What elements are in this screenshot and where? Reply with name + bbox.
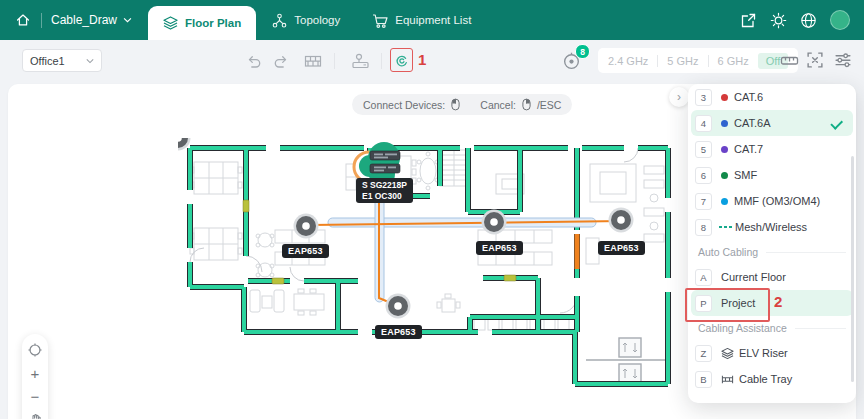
home-icon[interactable]: [14, 11, 32, 29]
redo-icon[interactable]: [271, 51, 291, 71]
cable-type-label: MMF (OM3/OM4): [734, 195, 820, 207]
project-name: Cable_Draw: [51, 13, 117, 27]
draw-cable-icon[interactable]: [391, 51, 411, 71]
hint-connect-label: Connect Devices:: [363, 99, 445, 111]
mouse-right-icon: [522, 98, 531, 111]
tab-floor-plan-label: Floor Plan: [185, 17, 241, 29]
layers-icon: [163, 16, 178, 30]
header-divider: [41, 13, 42, 28]
cable-type-label: Mesh/Wireless: [735, 221, 807, 233]
hint-esc-label: /ESC: [537, 99, 562, 111]
shortcut-badge: 7: [695, 193, 712, 210]
tab-topology[interactable]: Topology: [256, 0, 356, 40]
wifi-band-switcher: 2.4 GHz 5 GHz 6 GHz Off: [598, 48, 798, 73]
cable-type-label: CAT.6: [734, 91, 763, 103]
pan-hand-icon[interactable]: [26, 410, 44, 419]
auto-cabling-current-floor[interactable]: A Current Floor: [688, 264, 856, 290]
cable-type-label: SMF: [734, 169, 757, 181]
switch-label-line1: S SG2218P: [362, 180, 407, 191]
toolbar-separator: [334, 53, 335, 69]
theme-icon[interactable]: [770, 12, 787, 29]
draw-wall-icon[interactable]: [303, 51, 323, 71]
cable-type-smf[interactable]: 6 SMF: [688, 162, 856, 188]
zoom-out-button[interactable]: −: [26, 387, 44, 405]
annotation-step-2: 2: [774, 293, 782, 310]
toolbar-separator: [381, 53, 382, 69]
menu-item-label: ELV Riser: [739, 347, 788, 359]
exit-fullscreen-icon[interactable]: [806, 51, 824, 69]
device-count-badge: 8: [575, 44, 590, 59]
floor-selector-value: Office1: [30, 55, 65, 67]
furniture-layer: [190, 150, 664, 330]
ap-label-3: EAP653: [598, 241, 645, 255]
tab-equipment-list-label: Equipment List: [395, 14, 471, 26]
cable-type-cat7[interactable]: 5 CAT.7: [688, 136, 856, 162]
chevron-down-icon: [86, 58, 94, 64]
floor-plan-drawing[interactable]: S SG2218P E1 OC300 EAP653 EAP653 EAP653 …: [178, 138, 678, 405]
menu-item-label: Cable Tray: [739, 373, 792, 385]
band-6ghz[interactable]: 6 GHz: [718, 55, 749, 67]
annotation-step-1: 1: [418, 51, 426, 68]
shortcut-badge: 6: [695, 167, 712, 184]
cable-color-dot: [721, 94, 728, 101]
assistance-cable-tray[interactable]: B Cable Tray: [688, 366, 856, 392]
user-avatar[interactable]: [830, 10, 850, 30]
project-name-dropdown[interactable]: Cable_Draw: [51, 13, 132, 27]
locate-icon[interactable]: [26, 341, 44, 359]
annotation-box-2: [685, 288, 770, 322]
door-arcs: [190, 148, 638, 313]
selected-check-icon: [830, 117, 842, 129]
undo-icon[interactable]: [243, 51, 263, 71]
ap-label-2: EAP653: [476, 241, 523, 255]
shortcut-badge: 8: [695, 219, 712, 236]
ap-label-1: EAP653: [282, 244, 329, 258]
menu-item-label: Current Floor: [721, 271, 786, 283]
band-2-4ghz[interactable]: 2.4 GHz: [608, 55, 648, 67]
shortcut-badge: Z: [695, 345, 712, 362]
cabling-hint-tooltip: Connect Devices: Cancel: /ESC: [352, 94, 572, 115]
zoom-in-button[interactable]: +: [26, 364, 44, 382]
top-header: Cable_Draw Floor Plan Topology: [0, 0, 864, 40]
export-icon[interactable]: [740, 12, 757, 29]
cable-color-dot: [721, 198, 728, 205]
cable-type-mmf[interactable]: 7 MMF (OM3/OM4): [688, 188, 856, 214]
cart-icon: [372, 13, 388, 28]
shortcut-badge: 5: [695, 141, 712, 158]
cable-color-dot: [721, 172, 728, 179]
cable-dashed-line-icon: [719, 226, 732, 229]
elv-riser-icon: [721, 347, 734, 360]
cable-type-cat6a-selected[interactable]: 4 CAT.6A: [691, 110, 853, 136]
panel-scrollbar[interactable]: [851, 156, 854, 382]
app-window: Cable_Draw Floor Plan Topology: [0, 0, 864, 419]
panel-collapse-chip[interactable]: ›: [669, 87, 689, 107]
cable-type-mesh-wireless[interactable]: 8 Mesh/Wireless: [688, 214, 856, 240]
ap-label-4: EAP653: [375, 325, 422, 339]
place-device-icon[interactable]: [350, 51, 370, 71]
assistance-elv-riser[interactable]: Z ELV Riser: [688, 340, 856, 366]
tab-topology-label: Topology: [294, 14, 340, 26]
scale-ruler-icon[interactable]: [780, 51, 799, 70]
tab-floor-plan[interactable]: Floor Plan: [148, 6, 256, 40]
switch-label-line2: E1 OC300: [362, 191, 407, 202]
band-5ghz[interactable]: 5 GHz: [667, 55, 698, 67]
cable-color-dot: [721, 146, 728, 153]
band-separator: [657, 55, 658, 67]
cable-color-dot: [721, 120, 728, 127]
floor-selector[interactable]: Office1: [22, 49, 102, 72]
cable-tray-icon: [721, 373, 734, 386]
display-settings-icon[interactable]: [834, 51, 852, 69]
canvas-zoom-controls: + −: [22, 334, 48, 419]
shortcut-badge: 3: [695, 89, 712, 106]
language-globe-icon[interactable]: [800, 12, 817, 29]
tab-equipment-list[interactable]: Equipment List: [356, 0, 487, 40]
topology-icon: [272, 13, 287, 28]
section-auto-cabling: Auto Cabling: [688, 240, 856, 264]
shortcut-badge: 4: [695, 115, 712, 132]
mouse-left-icon: [451, 98, 460, 111]
elevator-shafts: [586, 338, 668, 383]
cable-type-cat6[interactable]: 3 CAT.6: [688, 84, 856, 110]
chevron-down-icon: [123, 17, 132, 23]
band-separator: [708, 55, 709, 67]
tab-bar: Floor Plan Topology Equipment List: [148, 0, 487, 40]
cable-type-label: CAT.6A: [734, 117, 770, 129]
